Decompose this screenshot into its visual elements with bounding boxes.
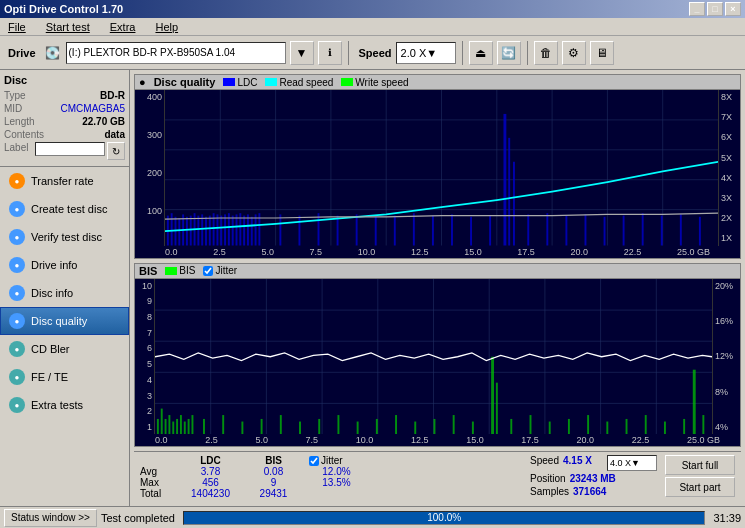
svg-rect-50 xyxy=(451,214,453,245)
teal-icon: ● xyxy=(9,369,25,385)
legend-read-speed: Read speed xyxy=(265,77,333,88)
svg-rect-30 xyxy=(232,216,234,246)
stats-avg-row: Avg 3.78 0.08 12.0% xyxy=(140,466,526,477)
refresh-btn[interactable]: 🔄 xyxy=(497,41,521,65)
drive-info-btn[interactable]: ℹ xyxy=(318,41,342,65)
menu-extra[interactable]: Extra xyxy=(104,20,142,34)
sidebar-item-fe-te[interactable]: ●FE / TE xyxy=(0,363,129,391)
svg-rect-58 xyxy=(623,216,625,246)
svg-rect-22 xyxy=(201,214,203,245)
sidebar-item-disc-quality[interactable]: ●Disc quality xyxy=(0,307,129,335)
sidebar-item-transfer-rate[interactable]: ●Transfer rate xyxy=(0,167,129,195)
y-axis-right-1: 8X7X6X5X4X3X2X1X xyxy=(718,90,740,246)
menu-help[interactable]: Help xyxy=(149,20,184,34)
stats-table: LDC BIS Jitter Avg 3.78 0.08 12.0% Max 4… xyxy=(140,455,526,499)
svg-rect-24 xyxy=(209,216,211,246)
drive-icon: 💽 xyxy=(44,44,62,62)
svg-rect-46 xyxy=(375,217,377,246)
svg-rect-34 xyxy=(508,138,510,246)
svg-rect-93 xyxy=(280,415,282,434)
delete-btn[interactable]: 🗑 xyxy=(534,41,558,65)
samples-stat-val: 371664 xyxy=(573,486,606,497)
status-window-button[interactable]: Status window >> xyxy=(4,509,97,527)
svg-rect-62 xyxy=(699,217,701,246)
speed-select[interactable]: 2.0 X▼ xyxy=(396,42,456,64)
sidebar-label-disc-info: Disc info xyxy=(31,287,73,299)
sidebar-label-verify-test-disc: Verify test disc xyxy=(31,231,102,243)
svg-rect-77 xyxy=(161,408,163,434)
label-refresh-btn[interactable]: ↻ xyxy=(107,142,125,160)
monitor-btn[interactable]: 🖥 xyxy=(590,41,614,65)
chart2-svg-wrap xyxy=(155,279,712,435)
svg-rect-54 xyxy=(546,213,548,245)
svg-rect-92 xyxy=(261,418,263,434)
start-buttons: Start full Start part xyxy=(665,455,735,497)
disc-header: Disc xyxy=(4,74,125,86)
chart1-svg-wrap xyxy=(165,90,718,246)
bis-total: 29431 xyxy=(246,488,301,499)
bis-jitter-chart: BIS BIS Jitter 10987654321 xyxy=(134,263,741,448)
menu-bar: File Start test Extra Help xyxy=(0,18,745,36)
svg-rect-42 xyxy=(298,216,300,246)
svg-rect-39 xyxy=(255,214,257,245)
stats-header-row: LDC BIS Jitter xyxy=(140,455,526,466)
svg-rect-83 xyxy=(184,421,186,434)
svg-rect-87 xyxy=(496,382,498,434)
menu-start-test[interactable]: Start test xyxy=(40,20,96,34)
jitter-checkbox[interactable] xyxy=(203,266,213,276)
drive-label: Drive xyxy=(4,45,40,61)
disc-section: Disc Type BD-R MID CMCMAGBA5 Length 22.7… xyxy=(0,70,129,167)
disc-label-row: Label ↻ xyxy=(4,142,125,160)
stats-empty xyxy=(140,455,175,466)
max-label: Max xyxy=(140,477,175,488)
type-label: Type xyxy=(4,90,26,101)
chart2-body: 10987654321 xyxy=(135,279,740,435)
sidebar-item-extra-tests[interactable]: ●Extra tests xyxy=(0,391,129,419)
start-part-button[interactable]: Start part xyxy=(665,477,735,497)
blue-icon: ● xyxy=(9,229,25,245)
sidebar-label-extra-tests: Extra tests xyxy=(31,399,83,411)
sidebar-item-drive-info[interactable]: ●Drive info xyxy=(0,251,129,279)
jitter-max: 13.5% xyxy=(309,477,364,488)
mid-label: MID xyxy=(4,103,22,114)
settings-btn[interactable]: ⚙ xyxy=(562,41,586,65)
svg-rect-111 xyxy=(645,415,647,434)
svg-rect-100 xyxy=(414,421,416,434)
drive-arrow-btn[interactable]: ▼ xyxy=(290,41,314,65)
sidebar-item-create-test-disc[interactable]: ●Create test disc xyxy=(0,195,129,223)
svg-rect-80 xyxy=(172,421,174,434)
jitter-stats-checkbox[interactable] xyxy=(309,456,319,466)
speed-stat-val: 4.15 X xyxy=(563,455,603,471)
svg-rect-48 xyxy=(413,213,415,245)
minimize-button[interactable]: _ xyxy=(689,2,705,16)
svg-rect-57 xyxy=(604,217,606,246)
drive-select[interactable]: (I:) PLEXTOR BD-R PX-B950SA 1.04 xyxy=(66,42,286,64)
app-title: Opti Drive Control 1.70 xyxy=(4,3,123,15)
menu-file[interactable]: File xyxy=(2,20,32,34)
sidebar-item-disc-info[interactable]: ●Disc info xyxy=(0,279,129,307)
nav-items: ●Transfer rate●Create test disc●Verify t… xyxy=(0,167,129,419)
position-row: Position 23243 MB xyxy=(530,473,657,484)
start-full-button[interactable]: Start full xyxy=(665,455,735,475)
svg-rect-108 xyxy=(587,415,589,434)
maximize-button[interactable]: □ xyxy=(707,2,723,16)
speed-select-stat[interactable]: 4.0 X▼ xyxy=(607,455,657,471)
sidebar-label-transfer-rate: Transfer rate xyxy=(31,175,94,187)
label-input[interactable] xyxy=(35,142,105,156)
svg-rect-112 xyxy=(664,421,666,434)
close-button[interactable]: × xyxy=(725,2,741,16)
blue-icon: ● xyxy=(9,257,25,273)
sidebar-item-verify-test-disc[interactable]: ●Verify test disc xyxy=(0,223,129,251)
progress-text: 100.0% xyxy=(184,512,705,524)
contents-label: Contents xyxy=(4,129,44,140)
svg-rect-106 xyxy=(549,421,551,434)
window-controls: _ □ × xyxy=(689,2,741,16)
eject-btn[interactable]: ⏏ xyxy=(469,41,493,65)
sidebar-item-cd-bler[interactable]: ●CD Bler xyxy=(0,335,129,363)
right-content: ● Disc quality LDC Read speed Write spee… xyxy=(130,70,745,506)
progress-bar: 100.0% xyxy=(183,511,706,525)
svg-rect-27 xyxy=(220,216,222,246)
orange-icon: ● xyxy=(9,173,25,189)
toolbar-separator3 xyxy=(527,41,528,65)
y-axis-left: 400300200100 xyxy=(135,90,165,246)
